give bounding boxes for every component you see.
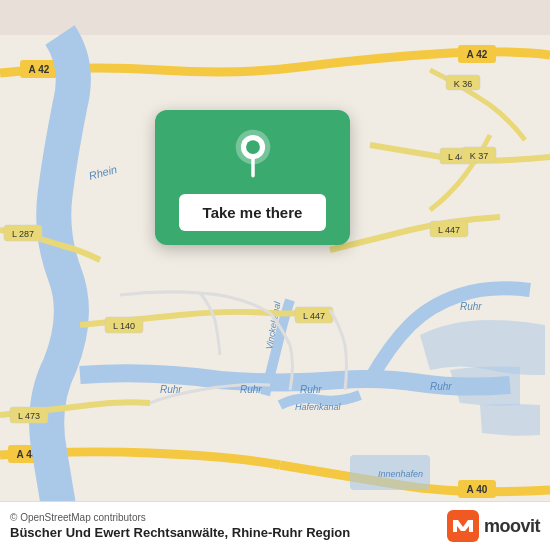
- map-background: A 42 A 42 A 40 A 40 Rhein Ruhr Ruhr Ruhr…: [0, 0, 550, 550]
- bottom-info: © OpenStreetMap contributors Büscher Und…: [10, 512, 350, 540]
- svg-text:K 37: K 37: [470, 151, 489, 161]
- svg-text:L 447: L 447: [303, 311, 325, 321]
- location-name: Büscher Und Ewert Rechtsanwälte, Rhine-R…: [10, 525, 350, 540]
- svg-text:Ruhr: Ruhr: [430, 381, 452, 392]
- svg-text:L 140: L 140: [113, 321, 135, 331]
- svg-text:A 42: A 42: [467, 49, 488, 60]
- moovit-icon: [447, 510, 479, 542]
- svg-text:L 473: L 473: [18, 411, 40, 421]
- svg-text:K 36: K 36: [454, 79, 473, 89]
- svg-text:L 287: L 287: [12, 229, 34, 239]
- svg-text:A 40: A 40: [467, 484, 488, 495]
- moovit-logo: moovit: [447, 510, 540, 542]
- moovit-brand-text: moovit: [484, 516, 540, 537]
- svg-text:Innenhafen: Innenhafen: [378, 469, 423, 479]
- take-me-there-button[interactable]: Take me there: [179, 194, 327, 231]
- svg-text:Ruhr: Ruhr: [300, 384, 322, 395]
- svg-text:L 447: L 447: [438, 225, 460, 235]
- svg-text:Ruhr: Ruhr: [240, 384, 262, 395]
- svg-text:A 42: A 42: [29, 64, 50, 75]
- attribution-text: © OpenStreetMap contributors: [10, 512, 350, 523]
- bottom-bar: © OpenStreetMap contributors Büscher Und…: [0, 501, 550, 550]
- svg-rect-38: [447, 510, 479, 542]
- map-container: A 42 A 42 A 40 A 40 Rhein Ruhr Ruhr Ruhr…: [0, 0, 550, 550]
- svg-text:Hafenkanal: Hafenkanal: [295, 402, 342, 412]
- location-card: Take me there: [155, 110, 350, 245]
- svg-point-37: [246, 140, 260, 154]
- svg-text:Ruhr: Ruhr: [460, 301, 482, 312]
- location-pin-icon: [227, 128, 279, 180]
